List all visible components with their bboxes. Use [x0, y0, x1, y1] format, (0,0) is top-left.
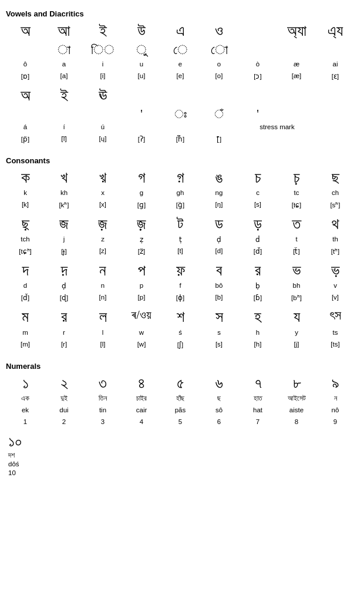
- num-word-4: হাঁছ: [176, 395, 184, 402]
- cons-roman-7: tc: [294, 189, 299, 196]
- stress-mark-label: stress mark: [259, 123, 294, 130]
- cons3-roman-6: ḅ: [255, 282, 260, 290]
- cons4-roman-1: r: [63, 329, 65, 336]
- num-roman-2: tin: [99, 406, 106, 413]
- cons-roman-5: ng: [215, 189, 223, 196]
- cons2-roman-5: ḍ: [217, 236, 221, 244]
- num-num-8: 9: [333, 418, 337, 425]
- cons3-bn-5: ব: [216, 261, 222, 280]
- vowel-roman-8: ai: [333, 60, 338, 68]
- cons4-ipa-6: [h]: [254, 341, 262, 348]
- num-num-4: 5: [178, 418, 182, 425]
- cons2-bn-0: ছ়: [22, 215, 29, 233]
- vowels-section: Vowels and Diacritics অ আ ই উ এ ও অ্যা এ…: [6, 9, 358, 146]
- cons-bn-0: ক: [21, 169, 30, 187]
- cons2-roman-0: tch: [21, 236, 29, 243]
- cons3-roman-2: n: [101, 282, 105, 289]
- vowel-ipa-6: [ɔ]: [254, 72, 261, 80]
- vowel-roman-5: o: [217, 60, 221, 68]
- cons-roman-2: x: [101, 189, 105, 196]
- cons3-bn-1: দ়: [61, 261, 68, 280]
- vowel2-roman-2: ú: [101, 123, 105, 130]
- cons2-bn-5: ড: [215, 215, 223, 233]
- cons4-roman-3: w: [139, 329, 144, 336]
- vowel-bn-5: ও: [215, 22, 223, 40]
- cons-roman-0: k: [23, 189, 27, 196]
- vowel2-roman-1: í: [63, 123, 65, 130]
- cons2-ipa-6: [d̈]: [254, 247, 262, 255]
- cons4-ipa-8: [ts]: [331, 341, 339, 348]
- vowel-bn-1: আ: [58, 22, 70, 40]
- numerals-title: Numerals: [6, 362, 358, 371]
- vowel-roman-7: æ: [294, 60, 299, 68]
- num-roman-6: hat: [253, 406, 262, 413]
- cons4-bn-3: ৰ/ওয়: [132, 308, 151, 322]
- vowel2-ipa-5: [͂]: [217, 135, 221, 143]
- cons2-ipa-5: [d]: [215, 247, 223, 254]
- cons2-ipa-2: [z]: [99, 247, 106, 254]
- cons-ipa-4: [ɡ̈]: [176, 201, 184, 209]
- cons-roman-1: kh: [60, 189, 68, 196]
- vowel2-bn-1: ই: [60, 86, 68, 105]
- vowel2-ipa-2: [ų]: [99, 135, 107, 142]
- cons3-bn-0: দ: [22, 261, 29, 280]
- vowel-ipa-7: [æ]: [292, 72, 302, 79]
- vowel-bn-3: উ: [137, 22, 146, 40]
- vowel-roman-3: u: [140, 60, 143, 68]
- num-ten-roman: dôś: [8, 460, 19, 468]
- cons4-bn-1: র: [61, 308, 67, 326]
- num-word-5: ছ: [217, 395, 221, 402]
- diacritic2-4: ◌ঃ: [174, 107, 187, 121]
- vowel-ipa-8: [ɛ]: [332, 72, 339, 80]
- cons2-bn-6: ড়: [254, 215, 262, 233]
- num-word-7: আইসেট: [288, 395, 306, 402]
- vowel2-ipa-3: [ʔ]: [138, 135, 145, 143]
- num-num-6: 7: [256, 418, 259, 425]
- cons2-ipa-3: [z̈]: [138, 247, 145, 255]
- cons-roman-3: g: [140, 189, 143, 196]
- cons4-bn-5: স: [215, 308, 223, 326]
- vowel2-roman-0: á: [23, 123, 27, 130]
- cons4-ipa-2: [l]: [100, 341, 106, 348]
- cons2-roman-7: t: [295, 236, 297, 243]
- cons2-bn-7: ত: [292, 215, 301, 233]
- vowel-roman-1: a: [62, 60, 66, 68]
- vowel2-ipa-4: [ɦ̃]: [176, 135, 184, 143]
- num-num-7: 8: [295, 418, 298, 425]
- cons4-roman-8: ts: [333, 329, 338, 336]
- cons4-bn-2: ল: [99, 308, 107, 326]
- consonants-section: Consonants ক খ খ় গ গ় ঙ চ চ় ছ k kh x g…: [6, 156, 358, 351]
- diacritic2-6: ': [257, 107, 259, 121]
- cons4-roman-7: y: [295, 329, 298, 336]
- cons2-bn-8: থ: [332, 215, 339, 233]
- num-bn-3: ৪: [138, 374, 146, 392]
- vowel2-bn-2: ঊ: [99, 86, 107, 105]
- cons3-bn-4: ফ়: [176, 261, 185, 280]
- vowel-bn-4: এ: [176, 22, 185, 40]
- cons4-roman-0: m: [22, 329, 28, 336]
- vowel-ipa-0: [ɒ]: [21, 72, 29, 80]
- cons3-roman-0: d: [23, 282, 27, 289]
- cons4-bn-8: ৎস: [330, 308, 341, 323]
- num-word-2: তিন: [99, 395, 107, 402]
- cons-roman-8: ch: [332, 189, 339, 196]
- vowel-bn-7: অ্যা: [287, 22, 306, 40]
- cons3-roman-4: f: [179, 282, 181, 289]
- cons4-roman-5: s: [217, 329, 221, 336]
- cons4-roman-6: h: [256, 329, 259, 336]
- cons3-bn-2: ন: [99, 261, 106, 280]
- cons2-ipa-7: [ẗ]: [293, 247, 299, 255]
- num-word-3: চাইর: [136, 395, 147, 402]
- cons3-bn-6: ব়: [255, 261, 261, 280]
- cons-ipa-8: [sʰ]: [330, 201, 340, 209]
- num-num-3: 4: [140, 418, 143, 425]
- cons2-ipa-8: [tʰ]: [331, 247, 340, 255]
- cons4-ipa-7: [j]: [294, 341, 299, 348]
- num-num-5: 6: [217, 418, 221, 425]
- cons2-ipa-0: [tɕʰ]: [19, 247, 32, 255]
- cons2-roman-8: th: [332, 236, 338, 243]
- cons3-ipa-4: [ɸ]: [176, 294, 184, 302]
- cons3-roman-3: p: [140, 282, 143, 289]
- diacritic-1: ◌া: [58, 42, 70, 58]
- num-num-1: 2: [62, 418, 66, 425]
